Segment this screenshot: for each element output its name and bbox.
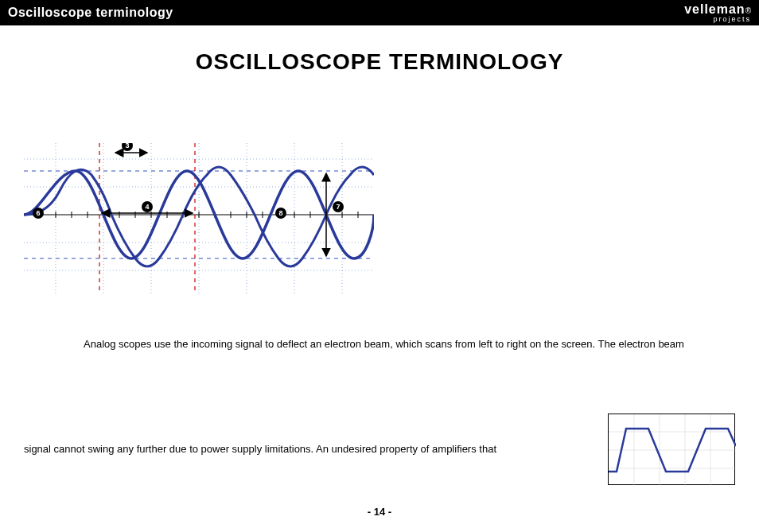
marker-4: 4	[145, 203, 149, 211]
page-number: - 14 -	[0, 506, 759, 518]
marker-8: 8	[278, 209, 282, 217]
header-bar: Oscilloscope terminology velleman® proje…	[0, 0, 759, 25]
brand-main: velleman	[684, 2, 745, 16]
body-paragraph-1: Analog scopes use the incoming signal to…	[84, 338, 684, 350]
body-paragraph-2: signal cannot swing any further due to p…	[24, 443, 496, 455]
page-title: OSCILLOSCOPE TERMINOLOGY	[0, 49, 759, 75]
marker-3: 3	[125, 143, 129, 150]
clipping-diagram	[608, 414, 735, 485]
oscilloscope-diagram: 3 4 6 8 7	[24, 143, 374, 294]
marker-7: 7	[336, 203, 340, 211]
marker-6: 6	[36, 209, 40, 217]
brand-sub: projects	[684, 16, 751, 23]
brand-logo: velleman® projects	[684, 3, 751, 23]
header-title: Oscilloscope terminology	[8, 6, 173, 20]
